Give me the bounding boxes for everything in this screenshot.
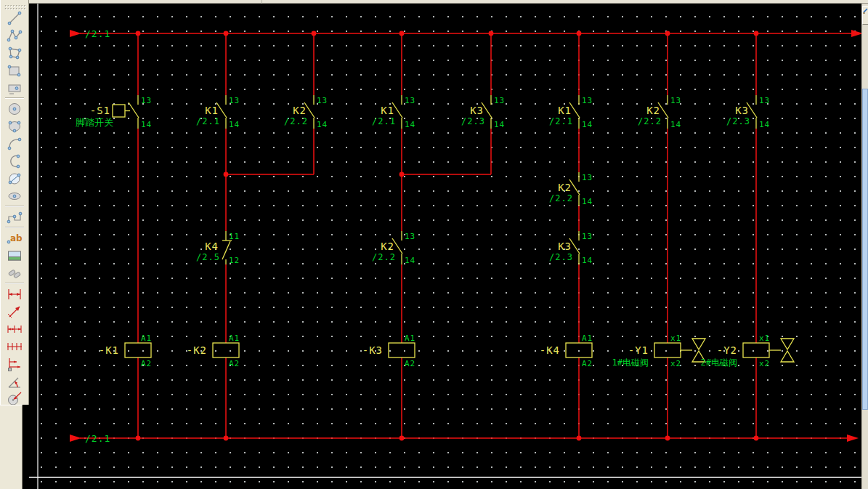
junction-dot [489, 31, 494, 36]
schematic-text: A2 [229, 359, 240, 368]
scrollbar-thumb[interactable] [862, 89, 868, 410]
junction-dot [577, 436, 582, 441]
schematic-text: 13 [405, 96, 415, 105]
coil-k2[interactable]: A1A2-K2 [187, 334, 240, 368]
schematic-text: 13 [582, 232, 593, 241]
schematic-text: -Y2 [717, 344, 737, 356]
schematic-text: 13 [141, 96, 152, 105]
image-icon[interactable] [4, 247, 25, 264]
schematic-text: 14 [759, 120, 770, 129]
contact-k2-2.2[interactable]: 1314K2/2.2 [284, 95, 328, 129]
draw-connector-icon[interactable] [4, 209, 25, 225]
schematic-text: 14 [670, 120, 681, 129]
draw-arc-icon[interactable] [4, 135, 25, 152]
page-frame [29, 4, 861, 489]
contact-k3-2.3[interactable]: 1314K3/2.3 [461, 95, 505, 129]
contact-s1[interactable]: 1314-S1脚踏开关 [76, 95, 152, 129]
valve-symbol [781, 351, 794, 362]
schematic-text: 13 [582, 173, 593, 182]
drawing-toolbar: ab [0, 0, 29, 405]
dim-baseline-icon[interactable] [4, 355, 25, 372]
schematic-text: A1 [141, 334, 152, 343]
foot-switch-actuator [113, 105, 125, 117]
schematic-text: /2.5 [196, 252, 220, 262]
schematic-text: K2 [646, 105, 660, 116]
schematic-text: 脚踏开关 [76, 117, 113, 128]
coil-y1[interactable]: x1x2-Y11#电磁阀 [612, 334, 705, 368]
coil-box [213, 343, 239, 357]
schematic-text: K1 [558, 105, 572, 116]
toolbar-separator [5, 206, 24, 207]
coil-y2[interactable]: x1x2-Y22#电磁阀 [701, 334, 794, 368]
schematic-text: x2 [759, 359, 770, 368]
draw-polyline-icon[interactable] [4, 27, 25, 44]
valve-symbol [781, 339, 794, 349]
contact-k2-2.2[interactable]: 1314K2/2.2 [372, 231, 415, 265]
contact-k3-2.3[interactable]: 1314K3/2.3 [549, 231, 593, 265]
schematic-text: A1 [229, 334, 240, 343]
hyperlink-icon[interactable] [4, 264, 25, 281]
toolbar-drag-grip[interactable] [4, 1, 25, 8]
schematic-text: /2.1 [85, 433, 110, 444]
contact-k1-2.1[interactable]: 1314K1/2.1 [196, 95, 240, 129]
schematic-text: K3 [558, 241, 572, 252]
draw-slot-icon[interactable] [4, 79, 25, 96]
schematic-text: /2.2 [372, 252, 396, 262]
coil-k4[interactable]: A1A2-K4 [540, 334, 593, 368]
schematic-text: x2 [670, 359, 681, 368]
draw-circle-icon[interactable] [4, 100, 25, 117]
draw-ellipse-segment-icon[interactable] [4, 187, 25, 204]
schematic-text: A2 [405, 359, 415, 368]
junction-dot [312, 31, 317, 36]
schematic-text: /2.2 [549, 193, 573, 203]
bus-bottom[interactable]: /2.1 [70, 433, 859, 444]
schematic-text: 12 [229, 256, 240, 265]
schematic-text: K3 [735, 105, 749, 116]
coil-k3[interactable]: A1A2-K3 [362, 334, 416, 368]
draw-ellipse-arc-icon[interactable] [4, 170, 25, 187]
bus-arrow-left [70, 435, 81, 442]
bus-arrow-right [847, 435, 859, 442]
schematic-text: 13 [405, 232, 415, 241]
toolbar-separator [5, 227, 24, 228]
dim-linear-icon[interactable] [4, 286, 25, 302]
schematic-text: 14 [582, 256, 593, 265]
bus-top[interactable]: /2.1 [70, 28, 863, 39]
contact-k2-2.2[interactable]: 1314K2/2.2 [638, 95, 681, 129]
schematic-text: 2#电磁阀 [701, 357, 737, 368]
schematic-text: /2.1 [85, 28, 110, 39]
schematic-text: 13 [582, 96, 593, 105]
dim-aligned-icon[interactable] [4, 303, 25, 320]
coil-box [654, 343, 681, 357]
schematic-text: 13 [494, 96, 505, 105]
coil-k1[interactable]: A1A2-K1 [99, 334, 153, 368]
contact-k1-2.1[interactable]: 1314K1/2.1 [549, 95, 593, 129]
dim-continued-icon[interactable] [4, 338, 25, 355]
right-scrollbar[interactable] [861, 4, 868, 489]
dim-angle-icon[interactable] [4, 373, 25, 389]
coil-box [566, 343, 592, 357]
draw-ellipse-icon[interactable] [4, 118, 25, 134]
contact-k4-2.5[interactable]: 1112K4/2.5 [196, 231, 240, 265]
schematic-text: A2 [582, 359, 593, 368]
coil-box [389, 343, 415, 357]
schematic-text: 13 [759, 96, 770, 105]
text-icon[interactable]: ab [4, 230, 25, 246]
contact-k3-2.3[interactable]: 1314K3/2.3 [726, 95, 770, 129]
junction-dot [136, 31, 141, 36]
schematic-text: 1#电磁阀 [612, 357, 649, 368]
draw-polygon-icon[interactable] [4, 44, 25, 61]
edit-pencil-icon[interactable] [862, 6, 868, 25]
draw-arc-3point-icon[interactable] [4, 153, 25, 169]
draw-rectangle-icon[interactable] [4, 62, 25, 78]
contact-k1-2.1[interactable]: 1314K1/2.1 [372, 95, 415, 129]
dim-chain-icon[interactable] [4, 320, 25, 337]
schematic-text: A1 [582, 334, 593, 343]
schematic-text: /2.1 [372, 116, 396, 126]
draw-line-icon[interactable] [4, 9, 25, 26]
schematic-text: x1 [670, 334, 681, 343]
svg-text:ab: ab [10, 233, 23, 243]
schematic-text: 14 [582, 120, 593, 129]
contact-k2-2.2[interactable]: 1314K2/2.2 [549, 172, 593, 206]
junction-dot [224, 31, 229, 36]
